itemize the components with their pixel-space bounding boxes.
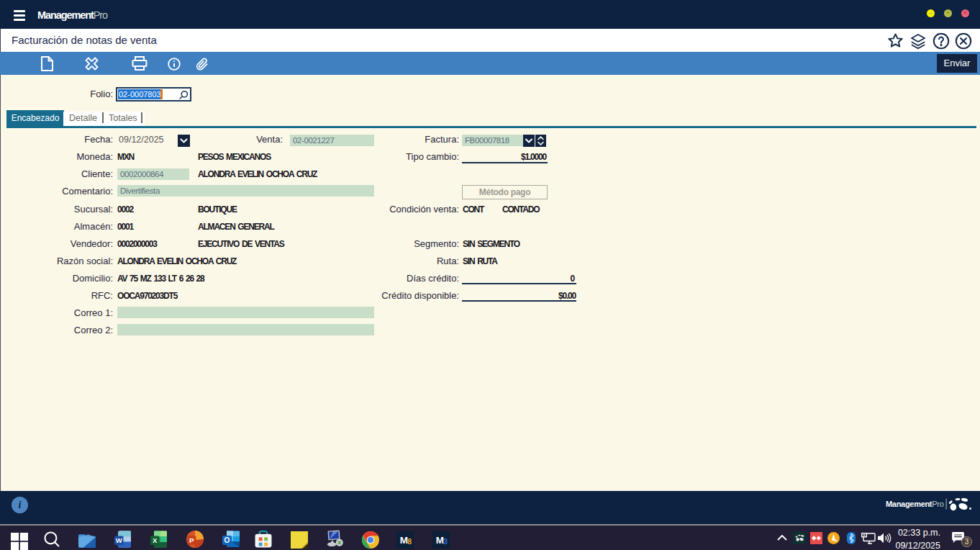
svg-text:W: W — [116, 536, 122, 544]
svg-text:O: O — [224, 536, 230, 544]
svg-text:3: 3 — [443, 538, 448, 546]
svg-text:8: 8 — [407, 538, 412, 546]
svg-text:P: P — [189, 536, 194, 544]
svg-text:X: X — [153, 536, 158, 544]
